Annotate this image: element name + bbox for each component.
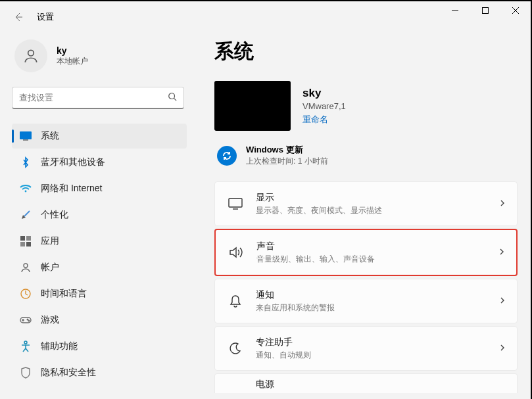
card-sub: 显示器、亮度、夜间模式、显示描述 xyxy=(256,205,498,216)
svg-line-11 xyxy=(24,211,30,216)
svg-line-7 xyxy=(174,98,177,101)
svg-point-6 xyxy=(169,93,175,99)
close-button[interactable] xyxy=(500,0,531,21)
nav-time-language[interactable]: 时间和语言 xyxy=(12,281,187,306)
card-focus-assist[interactable]: 专注助手 通知、自动规则 xyxy=(214,326,518,371)
svg-rect-14 xyxy=(20,242,25,246)
nav-label: 应用 xyxy=(41,235,59,247)
svg-point-16 xyxy=(24,264,28,268)
chevron-right-icon xyxy=(498,198,506,210)
svg-rect-9 xyxy=(23,139,28,141)
search-input[interactable] xyxy=(19,93,168,103)
svg-point-21 xyxy=(27,319,28,320)
svg-rect-1 xyxy=(483,8,489,14)
brush-icon xyxy=(20,209,32,221)
nav-label: 帐户 xyxy=(41,262,59,273)
chevron-right-icon xyxy=(498,342,506,354)
update-sub: 上次检查时间: 1 小时前 xyxy=(246,156,328,167)
nav-personalization[interactable]: 个性化 xyxy=(12,202,187,227)
nav-label: 蓝牙和其他设备 xyxy=(41,156,105,168)
bell-icon xyxy=(228,294,243,308)
svg-rect-8 xyxy=(20,131,32,139)
windows-update-row[interactable]: Windows 更新 上次检查时间: 1 小时前 xyxy=(214,144,518,167)
rename-link[interactable]: 重命名 xyxy=(302,114,328,126)
desktop-preview xyxy=(214,81,291,131)
nav-label: 个性化 xyxy=(41,209,68,221)
svg-rect-24 xyxy=(229,199,242,207)
shield-icon xyxy=(20,367,32,379)
user-type: 本地帐户 xyxy=(57,56,88,67)
user-account-row[interactable]: ky 本地帐户 xyxy=(12,39,187,72)
back-button[interactable] xyxy=(12,11,25,24)
chevron-right-icon xyxy=(498,295,506,307)
card-title: 通知 xyxy=(256,289,498,301)
svg-point-23 xyxy=(24,341,27,344)
device-header: sky VMware7,1 重命名 xyxy=(214,81,518,131)
nav-gaming[interactable]: 游戏 xyxy=(12,308,187,333)
card-sub: 通知、自动规则 xyxy=(256,350,498,361)
card-display[interactable]: 显示 显示器、亮度、夜间模式、显示描述 xyxy=(214,181,518,226)
wifi-icon xyxy=(20,183,32,195)
nav-apps[interactable]: 应用 xyxy=(12,229,187,254)
nav-label: 时间和语言 xyxy=(41,288,87,300)
host-model: VMware7,1 xyxy=(302,101,346,111)
nav-bluetooth[interactable]: 蓝牙和其他设备 xyxy=(12,150,187,175)
svg-rect-13 xyxy=(26,236,31,241)
host-name: sky xyxy=(302,87,346,100)
system-icon xyxy=(20,130,32,142)
gamepad-icon xyxy=(20,314,32,326)
nav-label: 系统 xyxy=(41,130,59,142)
nav-accounts[interactable]: 帐户 xyxy=(12,255,187,280)
nav-system[interactable]: 系统 xyxy=(12,124,187,149)
nav-network[interactable]: 网络和 Internet xyxy=(12,176,187,201)
update-title: Windows 更新 xyxy=(246,144,328,156)
accounts-icon xyxy=(20,262,32,273)
bluetooth-icon xyxy=(20,156,32,168)
nav-label: 游戏 xyxy=(41,314,59,326)
svg-point-22 xyxy=(28,320,30,321)
svg-rect-12 xyxy=(20,236,25,241)
card-title: 显示 xyxy=(256,192,498,204)
search-input-container[interactable] xyxy=(12,87,184,109)
svg-point-5 xyxy=(28,50,34,56)
card-sub: 来自应用和系统的警报 xyxy=(256,302,498,314)
card-sub: 音量级别、输出、输入、声音设备 xyxy=(256,254,498,265)
card-title: 电源 xyxy=(256,379,506,390)
nav-label: 辅助功能 xyxy=(41,340,78,352)
sound-icon xyxy=(229,246,243,259)
card-title: 声音 xyxy=(256,241,498,252)
apps-icon xyxy=(20,235,32,247)
card-title: 专注助手 xyxy=(256,337,498,348)
app-title: 设置 xyxy=(37,11,54,23)
display-icon xyxy=(228,198,243,210)
minimize-button[interactable] xyxy=(440,0,470,21)
nav-label: 网络和 Internet xyxy=(41,183,102,195)
moon-icon xyxy=(228,342,243,355)
nav-label: 隐私和安全性 xyxy=(41,367,96,379)
update-sync-icon xyxy=(217,146,237,166)
nav-list: 系统 蓝牙和其他设备 网络和 Internet 个性化 应用 xyxy=(12,124,187,385)
svg-rect-15 xyxy=(26,242,31,246)
card-power[interactable]: 电源 xyxy=(214,373,518,393)
search-icon xyxy=(168,92,177,104)
clock-globe-icon xyxy=(20,288,32,300)
nav-accessibility[interactable]: 辅助功能 xyxy=(12,334,187,359)
page-title: 系统 xyxy=(214,38,518,65)
svg-point-10 xyxy=(25,191,27,193)
chevron-right-icon xyxy=(498,246,506,258)
avatar xyxy=(14,39,47,72)
user-name: ky xyxy=(57,45,88,56)
nav-privacy[interactable]: 隐私和安全性 xyxy=(12,360,187,385)
card-sound[interactable]: 声音 音量级别、输出、输入、声音设备 xyxy=(214,229,518,276)
card-notifications[interactable]: 通知 来自应用和系统的警报 xyxy=(214,279,518,323)
accessibility-icon xyxy=(20,340,32,352)
maximize-button[interactable] xyxy=(470,0,500,21)
